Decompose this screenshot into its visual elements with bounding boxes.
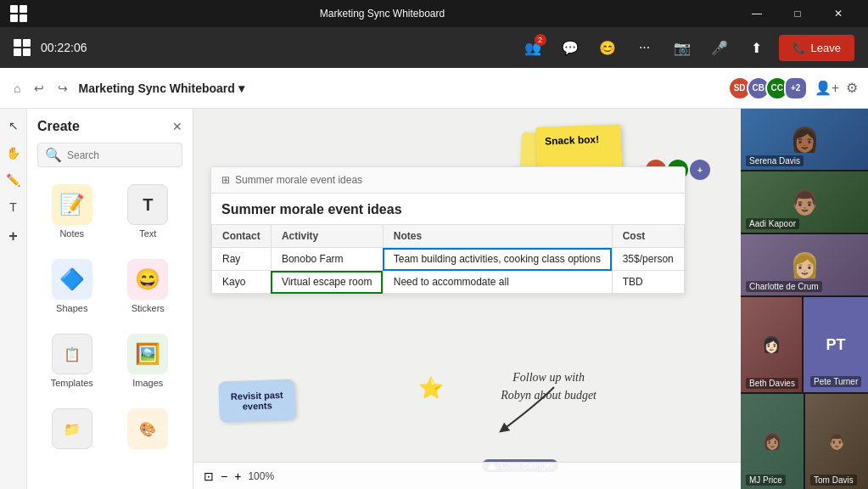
cell-cost-2[interactable]: TBD xyxy=(612,271,684,294)
video-tile-mj[interactable]: 👩🏽 MJ Price xyxy=(741,394,804,489)
app-bar-right: SD CB CC +2 👤+ ⚙ xyxy=(728,76,858,100)
serena-name: Serena Davis xyxy=(746,155,804,166)
video-icon: 📷 xyxy=(674,40,691,56)
cell-activity-2[interactable]: Virtual escape room xyxy=(271,271,383,294)
home-button[interactable]: ⌂ xyxy=(10,78,24,98)
toolbar-left: 00:22:06 xyxy=(14,39,511,56)
stickers-icon: 😄 xyxy=(127,259,168,300)
sidebar-item-images[interactable]: 🖼️ Images xyxy=(114,327,183,395)
cell-contact-2[interactable]: Kayo xyxy=(212,271,272,294)
teams-grid-icon[interactable] xyxy=(14,39,31,56)
more1-icon: 📁 xyxy=(52,408,92,449)
zoom-out-button[interactable]: − xyxy=(221,469,227,483)
search-input[interactable] xyxy=(67,149,194,161)
canvas-bottom-bar: ⊡ − + 100% xyxy=(193,462,741,489)
annotation-text: Follow up with Robyn about budget xyxy=(501,368,596,404)
leave-button[interactable]: 📞 Leave xyxy=(779,35,854,61)
revisit-box[interactable]: Revisit past events xyxy=(218,379,296,422)
pete-name: Pete Turner xyxy=(810,376,861,387)
notification-badge: 2 xyxy=(535,34,546,46)
canvas-avatar-3: + xyxy=(690,160,710,180)
table-icon: ⊞ xyxy=(221,174,230,186)
add-tool[interactable]: + xyxy=(5,224,21,249)
cell-cost-1[interactable]: 35$/person xyxy=(612,248,684,271)
video-tile-aadi[interactable]: 👨🏽 Aadi Kapoor xyxy=(741,171,868,233)
title-bar-controls: — □ ✕ xyxy=(737,0,858,27)
table-title-bar: ⊞ Summer morale event ideas xyxy=(211,167,685,194)
sidebar-item-more1[interactable]: 📁 xyxy=(37,402,107,456)
phone-icon: 📞 xyxy=(792,42,806,54)
notes-label: Notes xyxy=(59,228,84,239)
sidebar-item-text[interactable]: T Text xyxy=(114,177,183,245)
table-header: Summer morale event ideas xyxy=(211,194,685,224)
search-box: 🔍 xyxy=(37,143,182,167)
annotation-line2: Robyn about budget xyxy=(501,389,596,402)
annotation-line1: Follow up with xyxy=(512,371,585,384)
video-tile-beth[interactable]: 👩🏻 Beth Davies xyxy=(741,297,802,392)
video-tile-pete[interactable]: PT Pete Turner xyxy=(804,297,868,392)
cell-contact-1[interactable]: Ray xyxy=(212,248,272,271)
reactions-button[interactable]: 😊 xyxy=(592,32,623,63)
row-mj-tom: 👩🏽 MJ Price 👨🏽 Tom Davis xyxy=(741,394,868,489)
share-icon: ⬆ xyxy=(751,40,762,56)
minimize-button[interactable]: — xyxy=(737,0,776,27)
avatar-overflow: +2 xyxy=(784,76,808,100)
sidebar-content: Create ✕ 🔍 📝 Notes T Text xyxy=(27,109,193,489)
close-button[interactable]: ✕ xyxy=(819,0,858,27)
leave-label: Leave xyxy=(811,42,841,54)
title-bar: Marketing Sync Whiteboard — □ ✕ xyxy=(0,0,868,27)
left-sidebar: Create ✕ 🔍 📝 Notes T Text xyxy=(27,109,193,489)
create-title: Create ✕ xyxy=(37,119,182,134)
star-icon: ⭐ xyxy=(418,376,444,400)
zoom-in-button[interactable]: + xyxy=(234,469,241,483)
sidebar-item-notes[interactable]: 📝 Notes xyxy=(37,177,107,245)
sidebar-item-stickers[interactable]: 😄 Stickers xyxy=(114,252,183,320)
shapes-icon: 🔷 xyxy=(52,259,92,300)
chevron-down-icon[interactable]: ▾ xyxy=(238,82,244,95)
col-activity: Activity xyxy=(271,225,383,248)
redo-button[interactable]: ↪ xyxy=(54,78,71,98)
settings-button[interactable]: ⚙ xyxy=(846,80,858,96)
undo-button[interactable]: ↩ xyxy=(31,78,48,98)
sidebar-item-more2[interactable]: 🎨 xyxy=(114,402,183,456)
cell-notes-1[interactable]: Team building activities, cooking class … xyxy=(383,248,612,271)
shapes-label: Shapes xyxy=(56,303,87,313)
more2-icon: 🎨 xyxy=(127,408,168,449)
tom-name: Tom Davis xyxy=(810,475,857,486)
chat-button[interactable]: 💬 xyxy=(555,32,585,63)
text-tool[interactable]: T xyxy=(6,197,20,217)
teams-toolbar: 00:22:06 👥 2 💬 😊 ··· 📷 🎤 ⬆ 📞 Leave xyxy=(0,27,868,68)
video-tile-charlotte[interactable]: 👩🏼 Charlotte de Crum xyxy=(741,234,868,295)
hand-tool[interactable]: ✋ xyxy=(3,143,24,163)
video-tile-serena[interactable]: 👩🏾 Serena Davis xyxy=(741,109,868,170)
sidebar-item-shapes[interactable]: 🔷 Shapes xyxy=(37,252,107,320)
mic-button[interactable]: 🎤 xyxy=(704,32,735,63)
text-icon: T xyxy=(127,184,168,225)
beth-name: Beth Davies xyxy=(746,378,798,389)
stickers-label: Stickers xyxy=(132,303,165,313)
templates-icon: 📋 xyxy=(52,334,92,374)
zoom-level: 100% xyxy=(248,470,274,482)
revisit-text: Revisit past events xyxy=(231,390,283,412)
people-button[interactable]: 👥 2 xyxy=(518,32,548,63)
sidebar-tools: ↖ ✋ ✏️ T + xyxy=(0,109,27,489)
cell-notes-2[interactable]: Need to accommodate all xyxy=(383,271,612,294)
canvas-area[interactable]: Snack box! S C + ⊞ Summer morale event i… xyxy=(193,109,741,489)
share-people-button[interactable]: 👤+ xyxy=(815,80,839,96)
video-panel: 👩🏾 Serena Davis 👨🏽 Aadi Kapoor 👩🏼 Charlo… xyxy=(741,109,868,489)
mic-icon: 🎤 xyxy=(711,40,728,56)
select-tool[interactable]: ↖ xyxy=(5,115,22,136)
video-button[interactable]: 📷 xyxy=(667,32,697,63)
maximize-button[interactable]: □ xyxy=(778,0,817,27)
mj-name: MJ Price xyxy=(746,475,786,486)
share-button[interactable]: ⬆ xyxy=(742,32,772,63)
pen-tool[interactable]: ✏️ xyxy=(3,170,24,190)
app-bar-left: ⌂ ↩ ↪ Marketing Sync Whiteboard ▾ xyxy=(10,78,721,98)
fit-view-button[interactable]: ⊡ xyxy=(204,469,214,483)
more-button[interactable]: ··· xyxy=(630,32,660,63)
aadi-name: Aadi Kapoor xyxy=(746,218,799,229)
sidebar-item-templates[interactable]: 📋 Templates xyxy=(37,327,107,395)
video-tile-tom[interactable]: 👨🏽 Tom Davis xyxy=(805,394,868,489)
cell-activity-1[interactable]: Bonobo Farm xyxy=(271,248,383,271)
close-sidebar-button[interactable]: ✕ xyxy=(172,120,182,133)
